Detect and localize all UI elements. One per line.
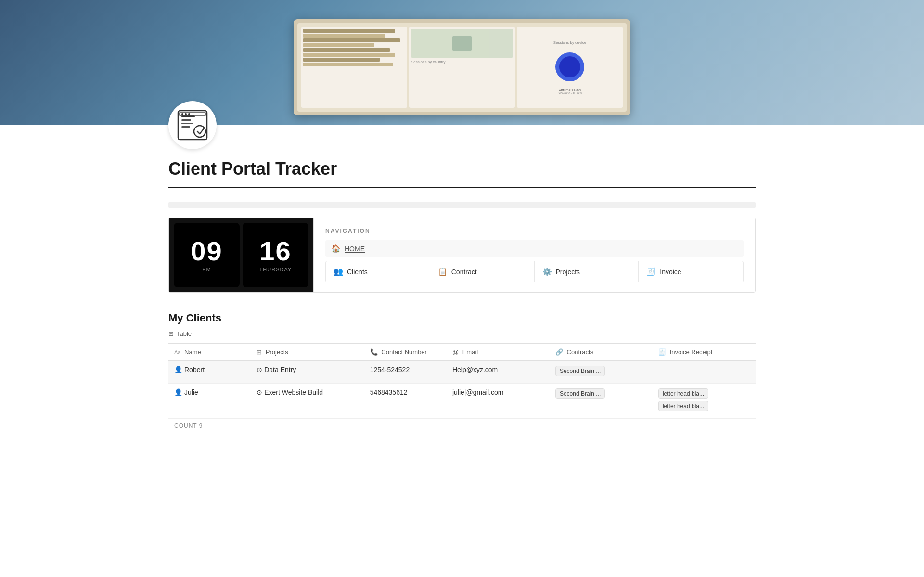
name-text: Julie [184,388,198,396]
cell-name: 👤Julie [168,384,251,419]
col-projects-icon: ⊞ [257,348,262,356]
col-email-icon: @ [452,348,459,356]
invoice-icon: 🧾 [646,267,656,276]
contract-chip[interactable]: Second Brain ... [555,388,605,399]
clock-panel: 09 PM 16 THURSDAY [169,218,313,292]
cell-invoice [653,361,756,384]
clock-hour: 09 [191,238,222,265]
clients-icon: 👥 [334,267,343,276]
clients-section-title: My Clients [168,312,756,324]
cell-contracts: Second Brain ... [550,384,653,419]
logo-wrapper [168,101,756,149]
table-header-row: Aa Name ⊞ Projects 📞 Contact Number @ Em… [168,344,756,361]
person-icon: 👤 [174,366,182,373]
svg-rect-3 [181,123,193,124]
count-footer: COUNT 9 [168,419,756,433]
invoice-chip[interactable]: letter head bla... [658,388,708,399]
nav-invoice-label: Invoice [660,268,681,276]
cell-name: 👤Robert [168,361,251,384]
col-header-invoice: 🧾 Invoice Receipt [653,344,756,361]
invoice-chip[interactable]: letter head bla... [658,401,708,411]
cell-contact: 1254-524522 [364,361,447,384]
home-link[interactable]: 🏠 HOME [325,240,744,257]
contract-chip[interactable]: Second Brain ... [555,366,605,376]
cell-contact: 5468435612 [364,384,447,419]
svg-rect-2 [181,119,191,121]
dashboard-row: 09 PM 16 THURSDAY NAVIGATION 🏠 HOME 👥 Cl… [168,218,756,293]
count-value: 9 [199,423,203,429]
project-text: Data Entry [264,366,296,373]
col-contracts-icon: 🔗 [555,348,563,356]
home-label: HOME [345,245,365,253]
name-text: Robert [184,366,205,373]
navigation-links: 👥 Clients 📋 Contract ⚙️ Projects 🧾 Invoi… [325,261,744,282]
svg-rect-4 [181,126,190,128]
project-text: Exert Website Build [264,388,323,396]
col-contact-icon: 📞 [370,348,378,356]
nav-projects[interactable]: ⚙️ Projects [535,261,639,282]
cell-email: julie|@gmail.com [447,384,550,419]
navigation-panel: NAVIGATION 🏠 HOME 👥 Clients 📋 Contract ⚙… [313,218,755,292]
table-row: 👤Robert⊙Data Entry1254-524522Help@xyz.co… [168,361,756,384]
nav-contract-label: Contract [451,268,477,276]
clock-period: PM [202,267,211,272]
project-stack-icon: ⊙ [257,388,262,396]
clients-table: Aa Name ⊞ Projects 📞 Contact Number @ Em… [168,343,756,419]
project-stack-icon: ⊙ [257,366,262,373]
nav-invoice[interactable]: 🧾 Invoice [639,261,743,282]
person-icon: 👤 [174,388,182,396]
svg-rect-6 [180,112,205,116]
logo-circle [168,101,217,149]
nav-clients[interactable]: 👥 Clients [326,261,430,282]
contract-icon: 📋 [438,267,448,276]
table-icon: ⊞ [168,330,174,337]
scroll-indicator [168,202,756,208]
col-invoice-icon: 🧾 [658,348,666,356]
col-name-icon: Aa [174,349,180,355]
cell-projects: ⊙Exert Website Build [251,384,364,419]
clock-minute: 16 [259,238,291,265]
table-row: 👤Julie⊙Exert Website Build5468435612juli… [168,384,756,419]
svg-point-5 [194,126,205,137]
nav-projects-label: Projects [556,268,580,276]
home-icon: 🏠 [331,244,341,253]
projects-icon: ⚙️ [542,267,552,276]
svg-point-8 [185,113,187,115]
col-header-name: Aa Name [168,344,251,361]
table-label: ⊞ Table [168,330,756,337]
svg-point-9 [188,113,190,115]
cell-email: Help@xyz.com [447,361,550,384]
page-title: Client Portal Tracker [168,159,756,179]
clock-minute-block: 16 THURSDAY [243,223,308,287]
cell-invoice: letter head bla...letter head bla... [653,384,756,419]
clients-section: My Clients ⊞ Table Aa Name ⊞ Projects 📞 [168,312,756,433]
clock-hour-block: 09 PM [174,223,240,287]
cell-projects: ⊙Data Entry [251,361,364,384]
count-label: COUNT [174,423,197,429]
cell-contracts: Second Brain ... [550,361,653,384]
svg-point-7 [181,113,183,115]
col-header-projects: ⊞ Projects [251,344,364,361]
col-header-email: @ Email [447,344,550,361]
col-header-contracts: 🔗 Contracts [550,344,653,361]
nav-contract[interactable]: 📋 Contract [430,261,535,282]
nav-clients-label: Clients [347,268,368,276]
clock-day: THURSDAY [259,267,292,272]
navigation-label: NAVIGATION [325,228,744,234]
col-header-contact: 📞 Contact Number [364,344,447,361]
title-divider [168,187,756,188]
project-logo-icon [176,108,209,142]
